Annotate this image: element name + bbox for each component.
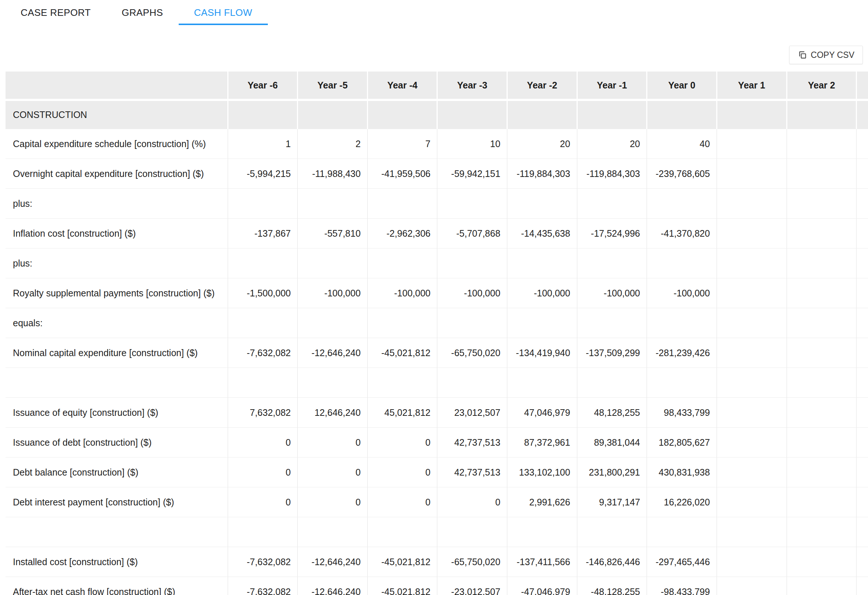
value-cell — [647, 189, 717, 219]
table-row: Installed cost [construction] ($)-7,632,… — [6, 547, 868, 577]
clipped-cell — [856, 249, 868, 278]
value-cell — [717, 100, 787, 129]
value-cell — [787, 368, 856, 398]
value-cell — [717, 308, 787, 338]
value-cell — [717, 249, 787, 278]
row-label: plus: — [6, 249, 228, 278]
row-label — [6, 368, 228, 398]
value-cell: 2,991,626 — [507, 487, 577, 517]
table-row: Capital expenditure schedule [constructi… — [6, 129, 868, 159]
table-row: equals: — [6, 308, 868, 338]
value-cell: -12,646,240 — [298, 577, 368, 595]
value-cell: 23,012,507 — [437, 398, 507, 428]
value-cell: -100,000 — [298, 278, 368, 308]
value-cell: 0 — [228, 457, 298, 487]
value-cell — [228, 189, 298, 219]
table-body: CONSTRUCTIONCapital expenditure schedule… — [6, 100, 868, 595]
value-cell — [298, 517, 368, 547]
row-label: Issuance of equity [construction] ($) — [6, 398, 228, 428]
clipped-cell — [856, 100, 868, 129]
value-cell: -11,988,430 — [298, 159, 368, 189]
clipped-cell — [856, 577, 868, 595]
value-cell — [367, 189, 437, 219]
clipped-cell — [856, 547, 868, 577]
value-cell: -7,632,082 — [228, 338, 298, 368]
value-cell — [367, 517, 437, 547]
value-cell: -45,021,812 — [367, 577, 437, 595]
value-cell: -137,509,299 — [577, 338, 647, 368]
row-label: Installed cost [construction] ($) — [6, 547, 228, 577]
row-label: Debt interest payment [construction] ($) — [6, 487, 228, 517]
value-cell — [367, 308, 437, 338]
value-cell: -297,465,446 — [647, 547, 717, 577]
value-cell — [787, 457, 856, 487]
tab-cash-flow[interactable]: CASH FLOW — [179, 0, 268, 25]
value-cell — [437, 517, 507, 547]
value-cell — [717, 457, 787, 487]
value-cell — [298, 189, 368, 219]
value-cell: 182,805,627 — [647, 428, 717, 457]
value-cell — [717, 547, 787, 577]
table-row: After-tax net cash flow [construction] (… — [6, 577, 868, 595]
value-cell: 0 — [437, 487, 507, 517]
clipped-cell — [856, 159, 868, 189]
value-cell — [228, 368, 298, 398]
value-cell — [647, 249, 717, 278]
value-cell: -98,433,799 — [647, 577, 717, 595]
value-cell — [787, 487, 856, 517]
value-cell: 40 — [647, 129, 717, 159]
value-cell — [787, 159, 856, 189]
value-cell: 0 — [367, 487, 437, 517]
clipped-cell — [856, 278, 868, 308]
row-label: equals: — [6, 308, 228, 338]
table-row — [6, 517, 868, 547]
value-cell: -100,000 — [577, 278, 647, 308]
value-cell — [647, 308, 717, 338]
value-cell: -5,707,868 — [437, 219, 507, 249]
copy-csv-button[interactable]: COPY CSV — [789, 46, 863, 64]
toolbar: COPY CSV — [0, 25, 868, 71]
value-cell: -7,632,082 — [228, 577, 298, 595]
value-cell — [577, 100, 647, 129]
app: CASE REPORTGRAPHSCASH FLOW COPY CSV Year — [0, 0, 868, 595]
table-row: Issuance of debt [construction] ($)00042… — [6, 428, 868, 457]
value-cell: 0 — [367, 428, 437, 457]
table-row: Inflation cost [construction] ($)-137,86… — [6, 219, 868, 249]
table-head-row: Year -6Year -5Year -4Year -3Year -2Year … — [6, 71, 868, 100]
value-cell — [228, 308, 298, 338]
row-label: Royalty supplemental payments [construct… — [6, 278, 228, 308]
value-cell: -137,411,566 — [507, 547, 577, 577]
value-cell: -557,810 — [298, 219, 368, 249]
value-cell: -146,826,446 — [577, 547, 647, 577]
tab-case-report[interactable]: CASE REPORT — [5, 0, 106, 25]
table-row: plus: — [6, 249, 868, 278]
value-cell: -134,419,940 — [507, 338, 577, 368]
value-cell — [507, 308, 577, 338]
value-cell — [298, 308, 368, 338]
table-row: Overnight capital expenditure [construct… — [6, 159, 868, 189]
value-cell: 430,831,938 — [647, 457, 717, 487]
value-cell: 89,381,044 — [577, 428, 647, 457]
column-header: Year -6 — [228, 71, 298, 100]
value-cell: 87,372,961 — [507, 428, 577, 457]
clipped-cell — [856, 189, 868, 219]
copy-csv-label: COPY CSV — [811, 50, 855, 60]
tab-graphs[interactable]: GRAPHS — [106, 0, 178, 25]
value-cell — [787, 547, 856, 577]
value-cell — [437, 308, 507, 338]
value-cell — [577, 308, 647, 338]
value-cell: -48,128,255 — [577, 577, 647, 595]
value-cell — [577, 189, 647, 219]
clipped-column-header — [856, 71, 868, 100]
column-header: Year 2 — [787, 71, 856, 100]
value-cell: 7,632,082 — [228, 398, 298, 428]
value-cell — [787, 517, 856, 547]
row-label: Issuance of debt [construction] ($) — [6, 428, 228, 457]
value-cell: -119,884,303 — [577, 159, 647, 189]
value-cell — [298, 368, 368, 398]
value-cell — [787, 129, 856, 159]
value-cell: -23,012,507 — [437, 577, 507, 595]
value-cell — [577, 249, 647, 278]
value-cell — [228, 100, 298, 129]
column-header: Year -5 — [298, 71, 368, 100]
